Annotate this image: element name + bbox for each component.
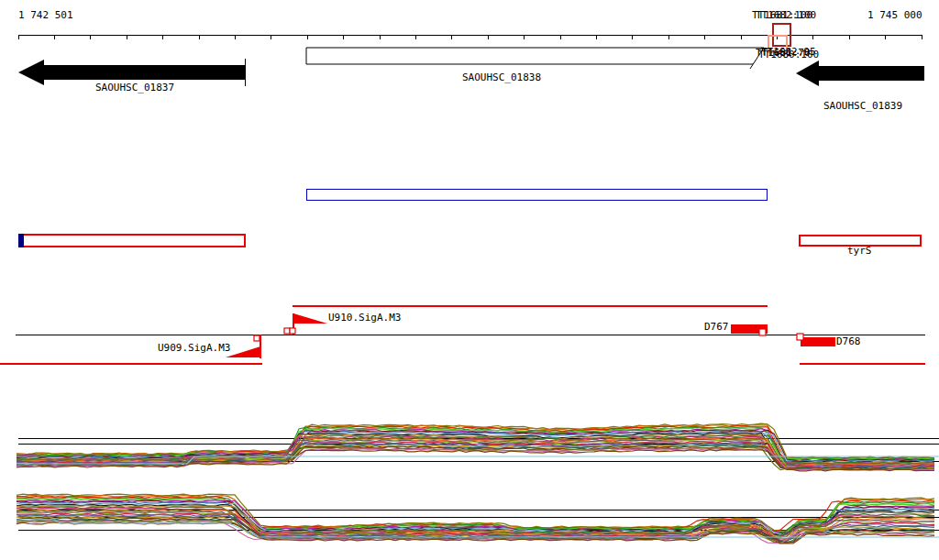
operon-label-tyrs: tyrS: [847, 246, 872, 256]
coverage-panel-reverse-strand-coverage[interactable]: [17, 494, 939, 544]
operon-track: [18, 234, 921, 247]
gene-arrow-saouhsc_01839[interactable]: [796, 60, 924, 86]
coverage-panel-forward-strand-coverage[interactable]: [17, 423, 939, 471]
terminator-marker-label: TT1682:100: [756, 10, 816, 20]
signal-track: [0, 306, 925, 364]
gene-label-saouhsc-01839: SAOUHSC_01839: [823, 101, 902, 111]
terminator-label-d768: D768: [836, 336, 861, 346]
overlapping-feature-label: TT1682:95: [761, 47, 816, 57]
signal-anchor-square: [284, 328, 290, 334]
terminator-anchor-square: [797, 334, 803, 340]
ruler-start-coordinate: 1 742 501: [18, 10, 73, 20]
terminator-label-d767: D767: [704, 322, 729, 332]
promoter-label-u909: U909.SigA.M3: [158, 343, 230, 353]
operon-box[interactable]: [19, 235, 245, 247]
gene-label-saouhsc-01838: SAOUHSC_01838: [462, 72, 541, 82]
terminator-box[interactable]: [801, 337, 835, 346]
signal-anchor-square: [254, 335, 260, 341]
promoter-label-u910: U910.SigA.M3: [328, 313, 401, 323]
terminator-anchor-square: [759, 329, 766, 335]
gene-arrow-saouhsc_01838[interactable]: [306, 48, 764, 69]
leader-block: [18, 234, 24, 247]
genome-browser-view: 1 742 501 1 745 000 TT1681:100 TT1682:10…: [0, 0, 939, 560]
transcript-box[interactable]: [306, 189, 767, 200]
promoter-flag[interactable]: [226, 346, 260, 357]
ruler-end-coordinate: 1 745 000: [867, 10, 922, 20]
signal-anchor-square: [290, 328, 295, 334]
gene-label-saouhsc-01837: SAOUHSC_01837: [95, 82, 174, 93]
promoter-flag[interactable]: [293, 313, 327, 324]
